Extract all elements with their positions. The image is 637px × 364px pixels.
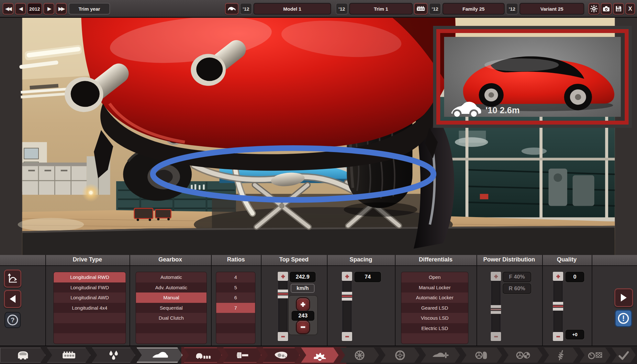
stepper-value[interactable]: 243 xyxy=(292,311,314,320)
top-bar: ◀◀ ◀ 2012 ▶ ▶▶ Trim year '12 Model 1 '12… xyxy=(0,0,637,18)
photo-button[interactable] xyxy=(601,3,612,15)
tab-aero[interactable] xyxy=(421,347,460,363)
power-decrease-button[interactable] xyxy=(491,332,501,341)
top-speed-increase-button[interactable] xyxy=(278,272,288,281)
top-speed-handle[interactable] xyxy=(278,290,288,298)
car-front-icon xyxy=(15,349,31,362)
ratio-option[interactable]: 4 xyxy=(216,272,255,282)
tab-assists[interactable] xyxy=(503,347,542,363)
drive-type-option[interactable]: Longitudinal 4x4 xyxy=(54,303,126,313)
warnings-button[interactable]: ! xyxy=(615,310,632,327)
year-display: 2012 xyxy=(27,3,42,15)
differential-option[interactable]: Electric LSD xyxy=(401,323,468,334)
top-speed-decrease-button[interactable] xyxy=(278,332,288,341)
year-fast-forward-button[interactable]: ▶▶ xyxy=(56,3,67,15)
gearbox-list: Automatic Adv. Automatic Manual Sequenti… xyxy=(136,272,207,344)
col-header-gearbox: Gearbox xyxy=(158,256,182,263)
tab-drivetrain[interactable] xyxy=(301,347,339,363)
fast-forward-icon: ▶▶ xyxy=(58,6,64,11)
year-rewind-button[interactable]: ◀◀ xyxy=(3,3,14,15)
step-forward-icon: ▶ xyxy=(48,6,50,11)
spacing-handle[interactable] xyxy=(342,292,352,301)
tab-fixtures[interactable] xyxy=(223,347,262,363)
differential-option[interactable]: Automatic Locker xyxy=(401,292,468,303)
testing-icon xyxy=(587,349,603,362)
next-step-button[interactable] xyxy=(614,288,633,307)
tab-interior[interactable] xyxy=(184,347,222,363)
col-header-power-distribution: Power Distribution xyxy=(483,256,535,263)
power-increase-button[interactable] xyxy=(491,272,501,281)
power-rear-value: R 60% xyxy=(503,284,531,293)
ratio-option[interactable]: 6 xyxy=(216,292,255,303)
car-photo-inset[interactable]: '10 2.6m xyxy=(433,26,632,128)
tab-cabin[interactable] xyxy=(461,347,502,363)
engine-family-icon xyxy=(416,6,425,12)
quality-value[interactable]: 0 xyxy=(566,272,584,282)
ratio-option[interactable]: 5 xyxy=(216,282,255,293)
col-header-quality: Quality xyxy=(557,256,576,263)
gearbox-option[interactable]: Sequential xyxy=(136,303,207,313)
year-forward-button[interactable]: ▶ xyxy=(43,3,54,15)
quality-decrease-button[interactable] xyxy=(553,332,563,341)
tab-car-body[interactable] xyxy=(137,347,183,363)
tab-wheels[interactable] xyxy=(340,347,379,363)
graph-view-button[interactable] xyxy=(4,270,21,288)
drive-type-option[interactable]: Longitudinal AWD xyxy=(54,292,126,303)
top-speed-value[interactable]: 242.9 xyxy=(290,272,315,282)
cabin-icon xyxy=(473,349,490,362)
close-button[interactable]: X xyxy=(625,3,635,15)
differentials-list: Open Manual Locker Automatic Locker Gear… xyxy=(401,272,468,344)
aero-icon xyxy=(432,349,449,362)
top-speed-unit-toggle[interactable]: km/h xyxy=(291,284,315,293)
tab-engine[interactable] xyxy=(47,347,91,363)
play-icon xyxy=(619,293,629,303)
differential-option[interactable]: Open xyxy=(401,272,468,282)
gearbox-option[interactable]: Adv. Automatic xyxy=(136,282,207,293)
gearbox-option[interactable]: Dual Clutch xyxy=(136,313,207,323)
drive-type-option[interactable]: Longitudinal FWD xyxy=(54,282,126,293)
spacing-decrease-button[interactable] xyxy=(342,332,352,341)
car-model-button[interactable] xyxy=(225,3,239,15)
trim-year-label: Trim year xyxy=(69,3,110,15)
inset-caption: '10 2.6m xyxy=(486,105,520,116)
quality-handle[interactable] xyxy=(553,302,563,311)
col-header-top-speed: Top Speed xyxy=(279,256,309,263)
spacing-value[interactable]: 74 xyxy=(355,272,381,282)
ratio-option[interactable]: 7 xyxy=(216,303,255,313)
tab-suspension[interactable] xyxy=(544,347,578,363)
settings-button[interactable] xyxy=(588,3,599,15)
car-silhouette-icon xyxy=(450,100,482,118)
differential-option[interactable]: Manual Locker xyxy=(401,282,468,293)
back-button[interactable] xyxy=(4,290,21,308)
drive-type-option[interactable]: Longitudinal RWD xyxy=(54,272,126,282)
spacing-increase-button[interactable] xyxy=(342,272,352,281)
ratio-option-empty xyxy=(216,313,255,323)
gearbox-option[interactable]: Manual xyxy=(136,292,207,303)
gearbox-option[interactable]: Automatic xyxy=(136,272,207,282)
top-speed-track[interactable] xyxy=(278,281,287,332)
variant-name-button[interactable]: Variant 25 xyxy=(520,3,584,15)
drivetrain-icon xyxy=(311,349,328,362)
plus-icon xyxy=(556,274,561,279)
year-back-button[interactable]: ◀ xyxy=(15,3,26,15)
tab-brakes[interactable] xyxy=(380,347,419,363)
help-button[interactable]: ? xyxy=(5,312,21,328)
spacing-track[interactable] xyxy=(342,281,352,332)
tab-testing[interactable] xyxy=(579,347,610,363)
drive-type-option-empty xyxy=(54,333,126,344)
stepper-minus-button[interactable] xyxy=(297,321,309,333)
differential-option[interactable]: Geared LSD xyxy=(401,303,468,313)
differential-option[interactable]: Viscous LSD xyxy=(401,313,468,323)
tab-finish[interactable] xyxy=(612,347,636,363)
trim-name-button[interactable]: Trim 1 xyxy=(349,3,413,15)
tab-fluids[interactable] xyxy=(92,347,135,363)
model-name-button[interactable]: Model 1 xyxy=(253,3,331,15)
save-button[interactable] xyxy=(613,3,624,15)
assists-icon xyxy=(515,349,531,362)
stepper-plus-button[interactable] xyxy=(297,298,309,311)
family-name-button[interactable]: Family 25 xyxy=(442,3,505,15)
engine-family-button[interactable] xyxy=(414,3,428,15)
tab-lights[interactable] xyxy=(263,347,300,363)
quality-increase-button[interactable] xyxy=(553,272,563,281)
tab-car-front[interactable] xyxy=(0,347,46,363)
